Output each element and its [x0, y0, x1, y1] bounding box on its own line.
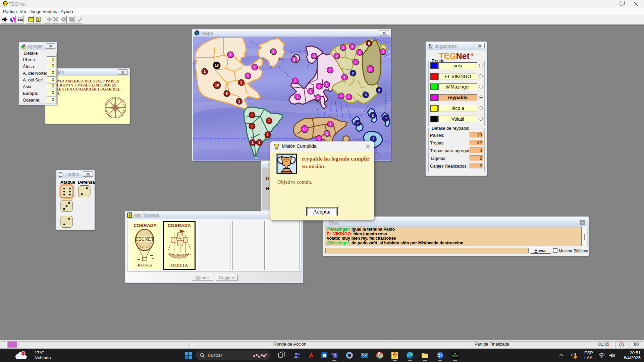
svg-text:2: 2 [22, 352, 24, 355]
svg-text:1: 1 [317, 96, 319, 100]
svg-text:10: 10 [215, 83, 219, 87]
svg-text:1: 1 [293, 57, 295, 61]
svg-text:1: 1 [252, 140, 254, 144]
svg-text:1: 1 [342, 46, 344, 50]
svg-text:1: 1 [326, 131, 328, 135]
svg-text:TEGNET: TEGNET [136, 237, 154, 242]
svg-text:1: 1 [318, 136, 320, 140]
svg-text:8: 8 [368, 41, 370, 45]
svg-text:1: 1 [310, 89, 312, 93]
svg-text:2: 2 [336, 54, 338, 58]
svg-text:18: 18 [215, 63, 219, 67]
svg-text:3: 3 [365, 93, 367, 97]
svg-text:2: 2 [359, 50, 361, 54]
svg-text:2: 2 [352, 71, 354, 75]
svg-text:2: 2 [357, 121, 359, 125]
svg-text:1: 1 [204, 69, 206, 73]
svg-text:1: 1 [247, 74, 249, 78]
svg-text:1: 1 [251, 124, 253, 128]
svg-text:1: 1 [297, 95, 299, 99]
svg-text:1: 1 [238, 99, 240, 103]
svg-text:1: 1 [318, 84, 320, 88]
svg-text:1: 1 [254, 65, 256, 69]
svg-text:TEG: TEG [4, 3, 7, 4]
svg-text:1: 1 [348, 95, 350, 99]
svg-text:1: 1 [382, 50, 384, 54]
svg-text:TEG: TEG [393, 353, 396, 355]
svg-text:2: 2 [372, 137, 374, 141]
svg-text:13: 13 [303, 127, 307, 131]
svg-text:6: 6 [226, 92, 228, 96]
svg-text:FC25: FC25 [452, 355, 458, 357]
svg-text:9: 9 [229, 53, 231, 57]
svg-text:3: 3 [272, 50, 274, 54]
svg-text:1: 1 [258, 140, 260, 144]
svg-text:1: 1 [267, 133, 269, 137]
svg-text:7: 7 [355, 60, 357, 64]
svg-text:1: 1 [251, 113, 253, 117]
svg-text:7: 7 [329, 68, 331, 72]
svg-text:1: 1 [343, 75, 345, 79]
svg-text:1: 1 [351, 45, 353, 49]
svg-text:1: 1 [268, 119, 270, 123]
svg-text:T: T [334, 353, 336, 358]
svg-text:1: 1 [294, 79, 296, 83]
svg-text:2: 2 [372, 113, 374, 117]
svg-text:1: 1 [385, 116, 387, 120]
svg-text:15: 15 [368, 67, 372, 71]
svg-text:1: 1 [326, 82, 328, 86]
svg-text:1: 1 [329, 122, 331, 126]
svg-text:3: 3 [378, 88, 380, 92]
svg-text:1: 1 [340, 94, 342, 98]
svg-text:1: 1 [240, 80, 242, 84]
svg-text:3: 3 [313, 54, 315, 58]
